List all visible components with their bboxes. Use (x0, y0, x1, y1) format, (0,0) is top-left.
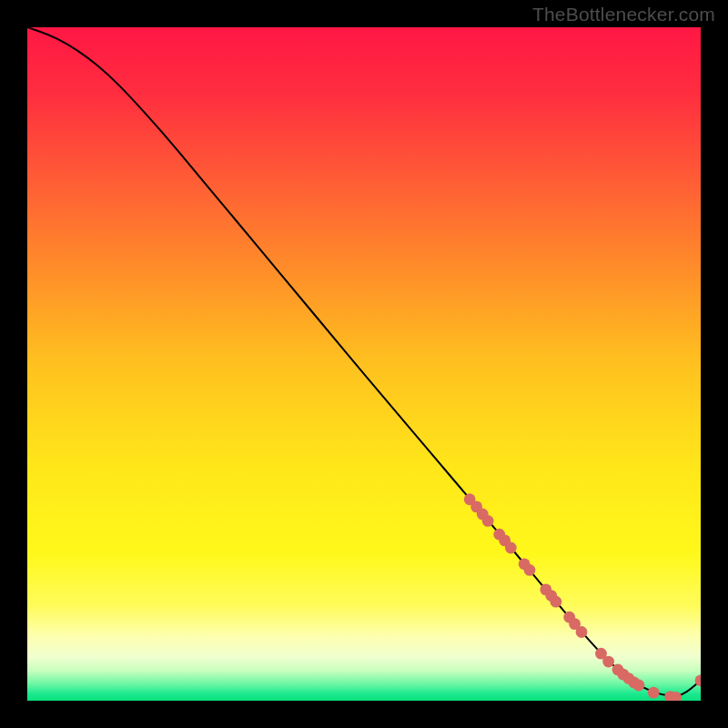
chart-svg (27, 27, 701, 701)
data-point-marker (648, 687, 660, 699)
data-point-marker (482, 515, 494, 527)
watermark-text: TheBottlenecker.com (532, 4, 715, 25)
data-point-marker (633, 680, 645, 692)
data-point-marker (576, 626, 588, 638)
data-point-marker (602, 656, 614, 668)
data-point-marker (524, 564, 536, 576)
chart-stage: TheBottlenecker.com (0, 0, 728, 728)
data-point-marker (551, 596, 562, 608)
gradient-background (27, 27, 701, 701)
data-point-marker (505, 542, 517, 554)
plot-area (27, 27, 701, 701)
